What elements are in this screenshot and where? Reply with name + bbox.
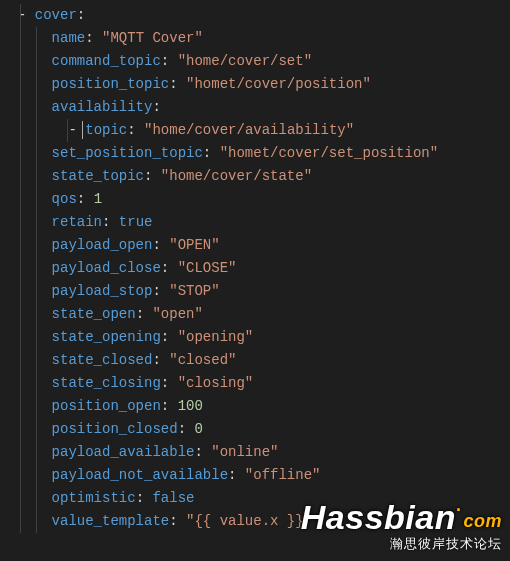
yaml-line: availability:	[4, 96, 510, 119]
yaml-key: payload_open	[52, 237, 153, 253]
yaml-key: value_template	[52, 513, 170, 529]
yaml-value: "home/cover/state"	[161, 168, 312, 184]
yaml-key: state_closed	[52, 352, 153, 368]
yaml-line: state_closing: "closing"	[4, 372, 510, 395]
yaml-key: command_topic	[52, 53, 161, 69]
yaml-value: "online"	[211, 444, 278, 460]
yaml-key: cover	[35, 7, 77, 23]
yaml-line-root: - cover:	[4, 4, 510, 27]
yaml-key: qos	[52, 191, 77, 207]
yaml-value: "CLOSE"	[178, 260, 237, 276]
yaml-line: state_topic: "home/cover/state"	[4, 165, 510, 188]
yaml-value: "{{ value.x }}"	[186, 513, 312, 529]
yaml-line: - topic: "home/cover/availability"	[4, 119, 510, 142]
yaml-line: state_opening: "opening"	[4, 326, 510, 349]
yaml-key: state_topic	[52, 168, 144, 184]
yaml-key: topic	[85, 122, 127, 138]
yaml-line: payload_open: "OPEN"	[4, 234, 510, 257]
yaml-value: "open"	[152, 306, 202, 322]
yaml-value: "closing"	[178, 375, 254, 391]
yaml-value: "closed"	[169, 352, 236, 368]
yaml-key: state_opening	[52, 329, 161, 345]
yaml-key: payload_not_available	[52, 467, 228, 483]
yaml-key: payload_available	[52, 444, 195, 460]
yaml-value: 0	[194, 421, 202, 437]
yaml-key: payload_close	[52, 260, 161, 276]
code-editor[interactable]: - cover: name: "MQTT Cover" command_topi…	[0, 0, 510, 537]
yaml-value: "home/cover/availability"	[144, 122, 354, 138]
yaml-key: state_closing	[52, 375, 161, 391]
yaml-line: payload_stop: "STOP"	[4, 280, 510, 303]
yaml-line: position_closed: 0	[4, 418, 510, 441]
yaml-line: optimistic: false	[4, 487, 510, 510]
yaml-key: payload_stop	[52, 283, 153, 299]
yaml-key: availability	[52, 99, 153, 115]
yaml-line: state_open: "open"	[4, 303, 510, 326]
yaml-value: 100	[178, 398, 203, 414]
yaml-value: true	[119, 214, 153, 230]
yaml-value: false	[152, 490, 194, 506]
yaml-line: state_closed: "closed"	[4, 349, 510, 372]
yaml-key: retain	[52, 214, 102, 230]
yaml-key: position_closed	[52, 421, 178, 437]
yaml-value: "STOP"	[169, 283, 219, 299]
yaml-key: state_open	[52, 306, 136, 322]
yaml-key: name	[52, 30, 86, 46]
yaml-value: "opening"	[178, 329, 254, 345]
yaml-line: value_template: "{{ value.x }}"	[4, 510, 510, 533]
yaml-line: position_open: 100	[4, 395, 510, 418]
yaml-value: "homet/cover/set_position"	[220, 145, 438, 161]
yaml-value: "home/cover/set"	[178, 53, 312, 69]
yaml-line: command_topic: "home/cover/set"	[4, 50, 510, 73]
yaml-body: name: "MQTT Cover" command_topic: "home/…	[4, 27, 510, 533]
text-cursor	[82, 121, 83, 139]
yaml-key: optimistic	[52, 490, 136, 506]
yaml-value: 1	[94, 191, 102, 207]
yaml-line: retain: true	[4, 211, 510, 234]
yaml-key: set_position_topic	[52, 145, 203, 161]
yaml-line: set_position_topic: "homet/cover/set_pos…	[4, 142, 510, 165]
yaml-line: name: "MQTT Cover"	[4, 27, 510, 50]
yaml-value: "OPEN"	[169, 237, 219, 253]
yaml-value: "homet/cover/position"	[186, 76, 371, 92]
yaml-line: payload_close: "CLOSE"	[4, 257, 510, 280]
yaml-line: position_topic: "homet/cover/position"	[4, 73, 510, 96]
yaml-value: "offline"	[245, 467, 321, 483]
yaml-value: "MQTT Cover"	[102, 30, 203, 46]
yaml-line: qos: 1	[4, 188, 510, 211]
yaml-line: payload_available: "online"	[4, 441, 510, 464]
yaml-line: payload_not_available: "offline"	[4, 464, 510, 487]
yaml-key: position_topic	[52, 76, 170, 92]
yaml-key: position_open	[52, 398, 161, 414]
